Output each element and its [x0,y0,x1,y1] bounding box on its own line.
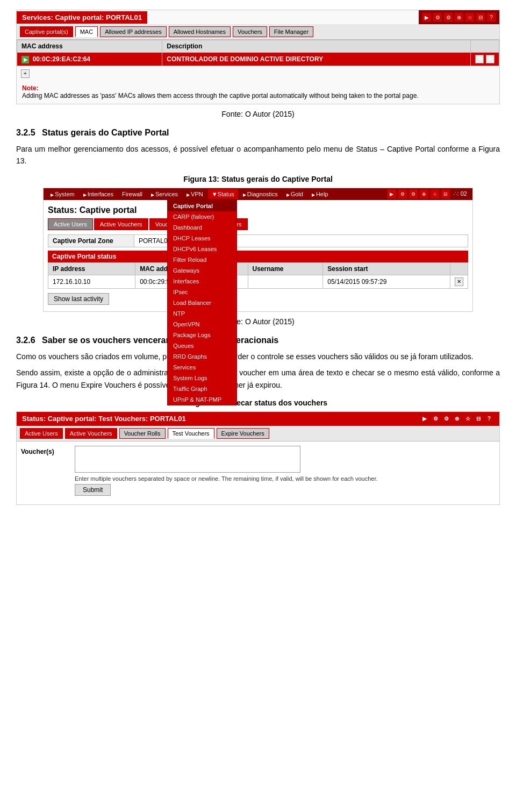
topnav-icon-star[interactable]: ☆ [430,189,440,199]
dd-ntp[interactable]: NTP [168,308,236,319]
settings-icon1[interactable]: ⚙ [433,12,442,22]
mac-title-text: Services: Captive portal: PORTAL01 [22,13,142,22]
col-description: Description [162,40,471,53]
nav-diagnostics[interactable]: ▶Diagnostics [239,189,282,199]
voucher-title-text: Status: Captive portal: Test Vouchers: P… [22,415,186,423]
cell-username [248,275,323,288]
zone-label: Captive Portal Zone [48,234,134,247]
star-icon[interactable]: ☆ [465,12,475,22]
vtab-active-users[interactable]: Active Users [20,428,63,439]
add-icon[interactable]: + [21,69,30,78]
dd-package-logs[interactable]: Package Logs [168,330,236,340]
vt-icon-g2[interactable]: ⚙ [441,414,451,424]
play-icon[interactable]: ▶ [422,12,432,22]
status-tab-bar: Active Users Active Vouchers Voucher Rol… [48,218,468,230]
dd-carp[interactable]: CARP (failover) [168,211,236,222]
topnav-icon-plus[interactable]: ⊕ [419,189,429,199]
dd-gateways[interactable]: Gateways [168,265,236,276]
vtab-active-vouchers[interactable]: Active Vouchers [65,428,117,439]
voucher-textarea[interactable] [75,446,300,473]
dd-rrd-graphs[interactable]: RRD Graphs [168,351,236,362]
nav-gold[interactable]: ▶Gold [283,189,307,199]
tab-file-manager[interactable]: File Manager [269,26,313,37]
nav-vpn[interactable]: ▶VPN [183,189,207,199]
dd-load-balancer[interactable]: Load Balancer [168,297,236,308]
tab-mac[interactable]: MAC [75,26,98,37]
vtab-test-vouchers[interactable]: Test Vouchers [168,428,214,439]
dd-upnp[interactable]: UPnP & NAT-PMP [168,394,236,405]
figure-14-title: Figura 14: Checar status dos vouchers [16,398,500,407]
topnav-icon-play[interactable]: ▶ [387,189,397,199]
status-page-title: Status: Captive portal [48,202,468,218]
section-325-body1: Para um melhor gerenciamento dos acessos… [16,143,500,167]
nav-help[interactable]: ▶Help [308,189,332,199]
tab-allowed-ip[interactable]: Allowed IP addresses [100,26,167,37]
minus-icon[interactable]: ⊟ [476,12,485,22]
vt-icon-play[interactable]: ▶ [420,414,429,424]
voucher-form-row: Voucher(s) Enter multiple vouchers separ… [21,446,495,496]
dd-captive-portal[interactable]: Captive Portal [168,201,236,211]
dd-filter-reload[interactable]: Filter Reload [168,254,236,265]
section-title-325: Status gerais do Captive Portal [42,128,169,137]
mac-table: MAC address Description ▶ 00:0c:29:ea:c2… [17,40,499,66]
topnav-icon-g2[interactable]: ⚙ [408,189,418,199]
help-icon[interactable]: ? [486,12,496,22]
tab-allowed-hostnames[interactable]: Allowed Hostnames [169,26,231,37]
tab-vouchers[interactable]: Vouchers [233,26,267,37]
vt-icon-star[interactable]: ☆ [463,414,472,424]
settings-icon2[interactable]: ⚙ [443,12,453,22]
section-325-heading: 3.2.5 Status gerais do Captive Portal [16,128,500,138]
tab-captive-portals[interactable]: Captive portal(s) [20,26,73,37]
dd-dhcp-leases[interactable]: DHCP Leases [168,233,236,244]
vt-icon-minus[interactable]: ⊟ [474,414,483,424]
row-play-icon[interactable]: ▶ [22,56,29,63]
topnav-icons: ▶ ⚙ ⚙ ⊕ ☆ ⊟ ∴: 02 [387,189,469,199]
vt-icon-help[interactable]: ? [484,414,494,424]
note-label: Note: [22,84,39,92]
dd-dhcpv6-leases[interactable]: DHCPv6 Leases [168,244,236,254]
dd-interfaces[interactable]: Interfaces [168,276,236,287]
figure-14-screenshot: Status: Captive portal: Test Vouchers: P… [16,411,500,505]
cell-ip: 172.16.10.10 [48,275,135,288]
topnav-icon-minus[interactable]: ⊟ [441,189,450,199]
mac-nav-bar: Captive portal(s) MAC Allowed IP address… [17,24,499,40]
vt-icon-plus[interactable]: ⊕ [452,414,462,424]
table-row: ▶ 00:0c:29:ea:c2:64 CONTROLADOR DE DOMIN… [17,53,499,66]
mac-screenshot: Services: Captive portal: PORTAL01 ▶ ⚙ ⚙… [16,10,500,104]
section-326-heading: 3.2.6 Saber se os vouchers venceram ou s… [16,336,500,345]
tab-active-vouchers[interactable]: Active Vouchers [94,218,148,230]
dd-queues[interactable]: Queues [168,340,236,351]
dd-dashboard[interactable]: Dashboard [168,222,236,233]
kick-icon[interactable]: ✕ [455,277,463,286]
tab-active-users[interactable]: Active Users [48,218,93,230]
dd-services[interactable]: Services [168,362,236,373]
vt-icon-g1[interactable]: ⚙ [431,414,440,424]
mac-title-bar: Services: Captive portal: PORTAL01 [17,11,147,24]
nav-services[interactable]: ▶Services [147,189,182,199]
portal-status-table: IP address MAC address Username Session … [48,262,468,289]
dd-traffic-graph[interactable]: Traffic Graph [168,383,236,394]
plus-icon[interactable]: ⊕ [454,12,464,22]
nav-interfaces[interactable]: ▶Interfaces [80,189,117,199]
nav-firewall[interactable]: Firewall [118,189,146,199]
delete-icon[interactable]: ✕ [486,55,494,63]
section-number-325: 3.2.5 [16,128,35,137]
vtab-voucher-rolls[interactable]: Voucher Rolls [119,428,166,439]
row-description: CONTROLADOR DE DOMINIO ACTIVE DIRECTORY [162,53,471,66]
section-326-body1: Como os vouchers são criados em volume, … [16,351,500,362]
section-number-326: 3.2.6 [16,336,35,345]
nav-system[interactable]: ▶System [47,189,78,199]
show-last-activity-button[interactable]: Show last activity [48,293,109,305]
edit-icon[interactable]: ✎ [475,55,484,63]
voucher-title-bar: Status: Captive portal: Test Vouchers: P… [17,412,499,426]
dd-system-logs[interactable]: System Logs [168,373,236,383]
col-session-start: Session start [323,262,450,275]
voucher-form-label: Voucher(s) [21,446,75,455]
voucher-submit-button[interactable]: Submit [75,484,111,496]
dd-ipsec[interactable]: IPsec [168,287,236,297]
topnav-icon-g1[interactable]: ⚙ [398,189,407,199]
voucher-input-area: Enter multiple vouchers separated by spa… [75,446,495,496]
dd-openvpn[interactable]: OpenVPN [168,319,236,330]
nav-status[interactable]: ▼Status [208,189,238,199]
vtab-expire-vouchers[interactable]: Expire Vouchers [217,428,269,439]
